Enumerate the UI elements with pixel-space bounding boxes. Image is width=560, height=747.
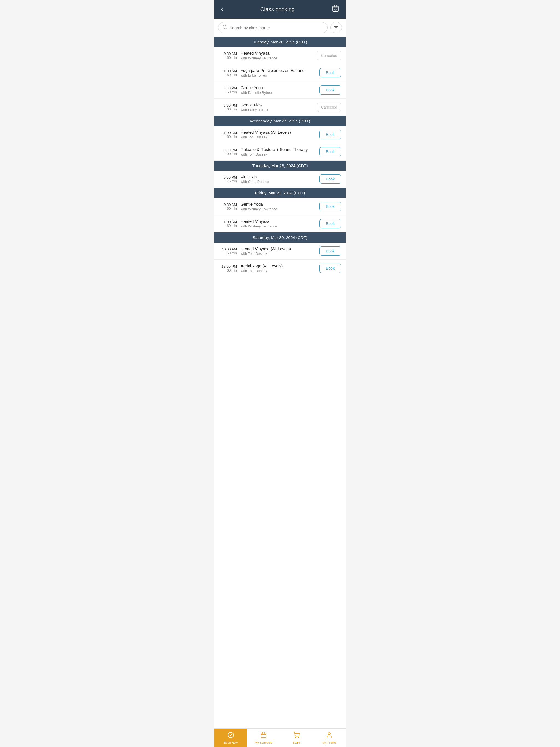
class-row: 9:30 AM60 minHeated Vinyasawith Whitney …: [214, 47, 346, 64]
class-time-main: 12:00 PM: [219, 264, 237, 268]
class-name: Gentle Yoga: [240, 202, 316, 206]
class-duration: 60 min: [219, 56, 237, 60]
class-duration: 60 min: [219, 135, 237, 138]
class-instructor: with Toni Dussex: [240, 135, 316, 139]
book-button[interactable]: Book: [320, 247, 341, 256]
day-header-4: Saturday, Mar 30, 2024 (CDT): [214, 232, 346, 242]
nav-store[interactable]: Store: [280, 729, 313, 747]
search-input[interactable]: [229, 25, 324, 30]
svg-point-16: [328, 732, 330, 735]
my-schedule-label: My Schedule: [255, 741, 272, 744]
class-instructor: with Toni Dussex: [240, 252, 316, 256]
canceled-button: Canceled: [317, 51, 341, 60]
book-button[interactable]: Book: [320, 202, 341, 211]
class-row: 11:00 AM60 minYoga para Principiantes en…: [214, 64, 346, 81]
class-info: Heated Vinyasa (All Levels)with Toni Dus…: [240, 247, 316, 256]
class-info: Gentle Yogawith Whitney Lawrence: [240, 202, 316, 211]
class-info: Yoga para Principiantes en Espanolwith E…: [240, 68, 316, 77]
back-button[interactable]: ‹: [219, 5, 225, 14]
book-button[interactable]: Book: [320, 219, 341, 228]
class-action: Canceled: [317, 51, 341, 60]
bottom-navigation: Book Now My Schedule Store: [214, 728, 346, 747]
class-duration: 60 min: [219, 251, 237, 255]
filter-button[interactable]: [330, 22, 342, 33]
class-row: 10:00 AM60 minHeated Vinyasa (All Levels…: [214, 242, 346, 260]
my-schedule-icon: [260, 732, 267, 740]
svg-rect-10: [261, 733, 266, 738]
class-row: 12:00 PM60 minAerial Yoga (All Levels)wi…: [214, 260, 346, 277]
class-name: Heated Vinyasa (All Levels): [240, 130, 316, 134]
my-profile-label: My Profile: [323, 741, 336, 744]
search-icon: [222, 25, 227, 31]
day-header-2: Thursday, Mar 28, 2024 (CDT): [214, 160, 346, 171]
class-name: Heated Vinyasa: [240, 219, 316, 224]
class-time-main: 6:00 PM: [219, 86, 237, 90]
class-action: Canceled: [317, 103, 341, 112]
class-row: 11:00 AM60 minHeated Vinyasawith Whitney…: [214, 215, 346, 232]
class-time-main: 11:00 AM: [219, 220, 237, 224]
book-now-label: Book Now: [224, 741, 238, 744]
nav-my-profile[interactable]: My Profile: [313, 729, 346, 747]
class-instructor: with Patsy Ramos: [240, 108, 314, 112]
class-info: Release & Restore + Sound Therapywith To…: [240, 147, 316, 156]
class-duration: 75 min: [219, 179, 237, 183]
class-name: Yoga para Principiantes en Espanol: [240, 68, 316, 73]
book-button[interactable]: Book: [320, 85, 341, 95]
class-action: Book: [320, 175, 341, 184]
class-time-main: 11:00 AM: [219, 131, 237, 135]
class-info: Vin + Yinwith Chris Dussex: [240, 175, 316, 184]
class-instructor: with Toni Dussex: [240, 269, 316, 273]
class-duration: 90 min: [219, 152, 237, 156]
day-header-3: Friday, Mar 29, 2024 (CDT): [214, 188, 346, 198]
day-header-0: Tuesday, Mar 26, 2024 (CDT): [214, 37, 346, 47]
class-row: 9:30 AM60 minGentle Yogawith Whitney Law…: [214, 198, 346, 215]
svg-point-14: [295, 737, 296, 738]
class-info: Heated Vinyasawith Whitney Lawrence: [240, 51, 314, 60]
class-info: Heated Vinyasa (All Levels)with Toni Dus…: [240, 130, 316, 139]
class-row: 11:00 AM60 minHeated Vinyasa (All Levels…: [214, 126, 346, 143]
nav-book-now[interactable]: Book Now: [214, 729, 247, 747]
class-instructor: with Whitney Lawrence: [240, 56, 314, 60]
class-time-main: 6:00 PM: [219, 175, 237, 179]
book-button[interactable]: Book: [320, 68, 341, 77]
class-info: Heated Vinyasawith Whitney Lawrence: [240, 219, 316, 228]
class-time: 10:00 AM60 min: [219, 247, 240, 255]
canceled-button: Canceled: [317, 103, 341, 112]
class-time: 11:00 AM60 min: [219, 220, 240, 228]
class-action: Book: [320, 85, 341, 95]
class-name: Vin + Yin: [240, 175, 316, 179]
class-row: 6:00 PM75 minVin + Yinwith Chris DussexB…: [214, 171, 346, 188]
class-duration: 60 min: [219, 107, 237, 111]
class-action: Book: [320, 219, 341, 228]
class-name: Gentle Yoga: [240, 85, 316, 90]
class-info: Aerial Yoga (All Levels)with Toni Dussex: [240, 264, 316, 273]
class-info: Gentle Yogawith Danielle Bybee: [240, 85, 316, 95]
calendar-icon[interactable]: [330, 4, 341, 15]
class-duration: 60 min: [219, 73, 237, 77]
book-button[interactable]: Book: [320, 147, 341, 156]
book-button[interactable]: Book: [320, 264, 341, 273]
book-button[interactable]: Book: [320, 175, 341, 184]
class-info: Gentle Flowwith Patsy Ramos: [240, 103, 314, 112]
nav-my-schedule[interactable]: My Schedule: [247, 729, 280, 747]
class-name: Heated Vinyasa (All Levels): [240, 247, 316, 251]
class-name: Release & Restore + Sound Therapy: [240, 147, 316, 152]
class-action: Book: [320, 147, 341, 156]
class-duration: 60 min: [219, 224, 237, 228]
class-row: 6:00 PM60 minGentle Yogawith Danielle By…: [214, 81, 346, 99]
search-input-wrapper[interactable]: [218, 22, 328, 33]
class-duration: 60 min: [219, 268, 237, 272]
class-time-main: 9:30 AM: [219, 203, 237, 207]
class-action: Book: [320, 247, 341, 256]
page-title: Class booking: [225, 6, 330, 12]
class-time: 6:00 PM75 min: [219, 175, 240, 183]
class-action: Book: [320, 264, 341, 273]
class-time: 6:00 PM60 min: [219, 86, 240, 94]
class-duration: 60 min: [219, 90, 237, 94]
svg-line-5: [226, 28, 226, 29]
class-instructor: with Whitney Lawrence: [240, 224, 316, 228]
class-instructor: with Erika Torres: [240, 73, 316, 77]
store-icon: [293, 732, 300, 740]
class-name: Heated Vinyasa: [240, 51, 314, 55]
book-button[interactable]: Book: [320, 130, 341, 139]
